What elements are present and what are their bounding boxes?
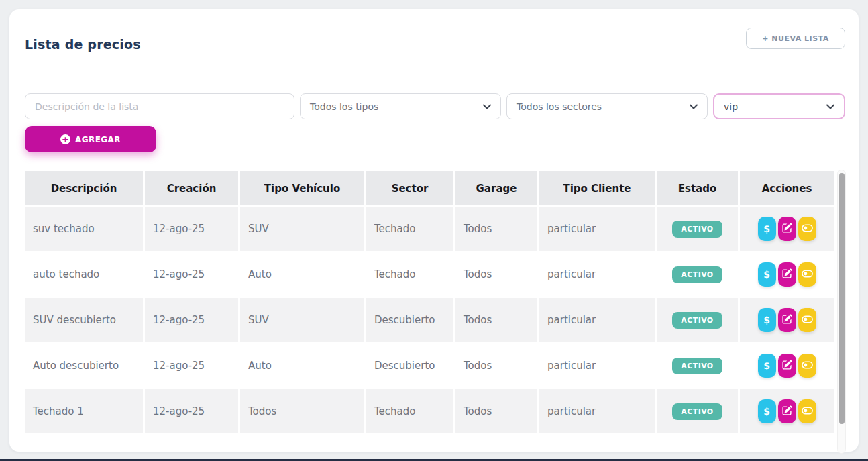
table-row: Techado 112-ago-25TodosTechadoTodosparti… (25, 389, 834, 433)
dollar-icon: $ (763, 360, 770, 371)
price-list-card: Lista de precios + NUEVA LISTA Todos los… (9, 9, 859, 452)
cell-garage: Todos (455, 252, 537, 297)
column-header-creacion: Creación (145, 171, 238, 205)
sector-select[interactable]: Todos los sectores (506, 93, 708, 119)
toggle-action-button[interactable] (798, 308, 816, 332)
row-actions: $ (740, 262, 834, 287)
status-badge: ACTIVO (672, 221, 722, 238)
cell-descripcion: SUV descubierto (25, 298, 143, 342)
description-input[interactable] (25, 93, 294, 119)
cell-tipo-cliente: particular (539, 298, 655, 342)
cell-descripcion: Techado 1 (25, 389, 143, 433)
edit-action-button[interactable] (778, 399, 796, 423)
client-select-value: vip (724, 101, 738, 112)
table-row: SUV descubierto12-ago-25SUVDescubiertoTo… (25, 298, 834, 342)
status-badge: ACTIVO (672, 403, 722, 420)
add-button[interactable]: + AGREGAR (25, 126, 156, 152)
toggle-icon (802, 224, 813, 234)
dollar-icon: $ (763, 223, 770, 234)
cell-tipo-vehiculo: Todos (240, 389, 364, 433)
plus-circle-icon: + (60, 134, 70, 144)
sector-select-value: Todos los sectores (517, 101, 602, 112)
scrollbar-thumb[interactable] (839, 173, 845, 424)
toggle-icon (802, 361, 813, 371)
edit-action-button[interactable] (778, 262, 796, 287)
chevron-down-icon (690, 104, 698, 109)
cell-creacion: 12-ago-25 (145, 389, 238, 433)
table-scrollbar[interactable] (837, 170, 846, 454)
row-actions: $ (740, 399, 834, 423)
cell-creacion: 12-ago-25 (145, 252, 238, 297)
cell-garage: Todos (455, 344, 537, 388)
cell-tipo-vehiculo: SUV (240, 207, 364, 251)
row-actions: $ (740, 308, 834, 332)
filters-bar: Todos los tipos Todos los sectores vip (25, 93, 845, 119)
chevron-down-icon (483, 104, 491, 109)
cell-tipo-vehiculo: SUV (240, 298, 364, 342)
cell-sector: Descubierto (366, 298, 453, 342)
cell-sector: Techado (366, 389, 453, 433)
cell-acciones: $ (740, 344, 834, 388)
edit-icon (782, 405, 792, 417)
price-list-table: Descripción Creación Tipo Vehículo Secto… (25, 170, 822, 435)
cell-estado: ACTIVO (657, 344, 738, 388)
cell-tipo-cliente: particular (539, 389, 655, 433)
price-action-button[interactable]: $ (758, 217, 776, 241)
cell-tipo-cliente: particular (539, 252, 655, 297)
dollar-icon: $ (763, 269, 770, 280)
chevron-down-icon (826, 104, 834, 109)
price-action-button[interactable]: $ (758, 399, 776, 423)
column-header-estado: Estado (657, 171, 738, 205)
edit-action-button[interactable] (778, 354, 796, 378)
client-select[interactable]: vip (713, 93, 845, 119)
new-list-button[interactable]: + NUEVA LISTA (746, 28, 845, 49)
toggle-action-button[interactable] (798, 354, 816, 378)
edit-action-button[interactable] (778, 308, 796, 332)
price-action-button[interactable]: $ (758, 354, 776, 378)
column-header-tipo-cliente: Tipo Cliente (539, 171, 655, 205)
cell-sector: Descubierto (366, 344, 453, 388)
cell-acciones: $ (740, 389, 834, 433)
cell-estado: ACTIVO (657, 298, 738, 342)
price-action-button[interactable]: $ (758, 262, 776, 287)
cell-estado: ACTIVO (657, 252, 738, 297)
toggle-action-button[interactable] (798, 262, 816, 287)
column-header-sector: Sector (366, 171, 453, 205)
row-actions: $ (740, 354, 834, 378)
cell-sector: Techado (366, 207, 453, 251)
toggle-icon (802, 407, 813, 417)
cell-tipo-cliente: particular (539, 207, 655, 251)
column-header-acciones: Acciones (740, 171, 834, 205)
toggle-icon (802, 270, 813, 280)
status-badge: ACTIVO (672, 312, 722, 329)
cell-garage: Todos (455, 298, 537, 342)
cell-descripcion: suv techado (25, 207, 143, 251)
cell-acciones: $ (740, 252, 834, 297)
toggle-action-button[interactable] (798, 399, 816, 423)
edit-icon (782, 360, 792, 372)
edit-icon (782, 314, 792, 326)
cell-descripcion: auto techado (25, 252, 143, 297)
type-select-value: Todos los tipos (310, 101, 378, 112)
cell-garage: Todos (455, 389, 537, 433)
toggle-action-button[interactable] (798, 217, 816, 241)
cell-creacion: 12-ago-25 (145, 207, 238, 251)
cell-tipo-vehiculo: Auto (240, 344, 364, 388)
cell-tipo-cliente: particular (539, 344, 655, 388)
column-header-tipo-vehiculo: Tipo Vehículo (240, 171, 364, 205)
cell-creacion: 12-ago-25 (145, 298, 238, 342)
table-header-row: Descripción Creación Tipo Vehículo Secto… (25, 171, 834, 205)
column-header-garage: Garage (455, 171, 537, 205)
edit-action-button[interactable] (778, 217, 796, 241)
price-action-button[interactable]: $ (758, 308, 776, 332)
cell-acciones: $ (740, 207, 834, 251)
table-row: suv techado12-ago-25SUVTechadoTodosparti… (25, 207, 834, 251)
status-badge: ACTIVO (672, 358, 722, 374)
add-button-label: AGREGAR (75, 135, 121, 144)
cell-acciones: $ (740, 298, 834, 342)
dollar-icon: $ (763, 406, 770, 417)
row-actions: $ (740, 217, 834, 241)
type-select[interactable]: Todos los tipos (300, 93, 501, 119)
cell-garage: Todos (455, 207, 537, 251)
page-title: Lista de precios (25, 37, 141, 52)
